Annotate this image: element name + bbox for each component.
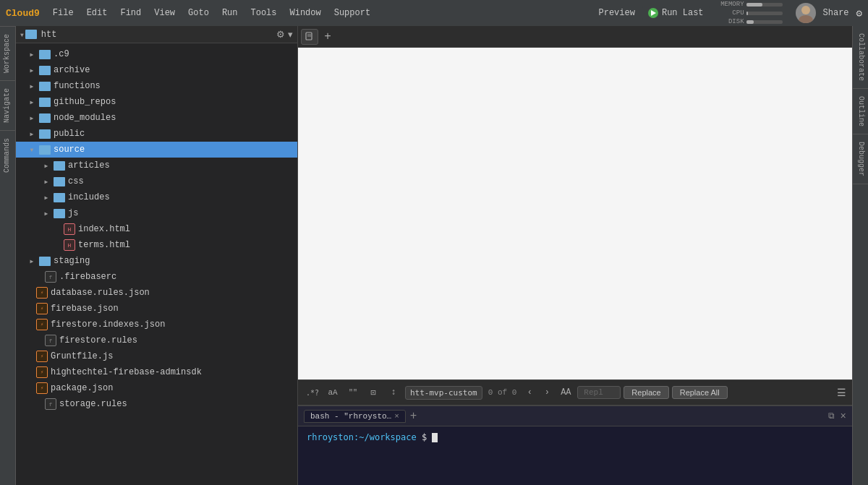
github-repos-label: github_repos (54, 97, 116, 107)
firebaserc-icon: f (45, 271, 56, 283)
tree-item-public[interactable]: public (16, 126, 297, 142)
package-json-icon: ⚡ (36, 382, 48, 394)
run-icon (648, 8, 658, 18)
sidebar-tab-workspace[interactable]: Workspace (0, 26, 15, 80)
tree-item-firebase-json[interactable]: ⚡ firebase.json (16, 301, 297, 317)
settings-icon[interactable]: ⚙ (856, 7, 862, 20)
root-arrow (20, 30, 24, 40)
source-label: source (54, 145, 85, 155)
github-repos-arrow (27, 99, 36, 106)
tree-item-github-repos[interactable]: github_repos (16, 94, 297, 110)
tree-item-articles[interactable]: articles (16, 158, 297, 173)
run-last-button[interactable]: Run Last (642, 6, 710, 20)
menu-goto[interactable]: Goto (182, 5, 215, 21)
replace-input[interactable]: Repl (577, 386, 621, 399)
tree-item-firestore-rules[interactable]: f firestore.rules (16, 332, 297, 348)
tree-item-node-modules[interactable]: node_modules (16, 110, 297, 126)
multiline-btn[interactable]: ⊡ (365, 385, 382, 400)
css-arrow (42, 179, 51, 185)
right-tab-outline[interactable]: Outline (853, 89, 868, 134)
tree-item-js[interactable]: js (16, 205, 297, 221)
gruntfile-icon: ⚡ (36, 351, 48, 362)
archive-arrow (27, 67, 36, 74)
tree-item-firestore-indexes[interactable]: ⚡ firestore.indexes.json (16, 317, 297, 332)
public-folder-icon (39, 129, 51, 139)
menu-tools[interactable]: Tools (244, 5, 282, 21)
functions-folder-icon (39, 82, 51, 91)
menu-find[interactable]: Find (114, 5, 147, 21)
hightechtel-icon: ⚡ (36, 366, 48, 378)
avatar[interactable] (796, 3, 816, 23)
editor-content[interactable] (298, 48, 852, 379)
cpu-bar (746, 12, 749, 15)
replace-all-button[interactable]: Replace All (672, 386, 728, 399)
node-modules-label: node_modules (54, 113, 116, 123)
app-logo: Cloud9 (6, 8, 40, 19)
sidebar-tab-navigate[interactable]: Navigate (0, 80, 15, 130)
file-panel-gear[interactable]: ⚙ ▾ (276, 29, 293, 40)
right-tab-debugger[interactable]: Debugger (853, 134, 868, 184)
menu-run[interactable]: Run (216, 5, 244, 21)
tree-item-index-html[interactable]: H index.html (16, 221, 297, 237)
terminal-prompt: rhroyston:~/workspace (307, 432, 417, 442)
menu-view[interactable]: View (148, 5, 181, 21)
share-button[interactable]: Share (823, 8, 849, 18)
svg-point-0 (801, 6, 810, 14)
terminal-content[interactable]: rhroyston:~/workspace $ (298, 426, 852, 485)
menu-file[interactable]: File (47, 5, 80, 21)
tree-item-functions[interactable]: functions (16, 78, 297, 94)
articles-arrow (42, 163, 51, 169)
replace-button[interactable]: Replace (624, 386, 668, 399)
search-next-btn[interactable]: › (540, 385, 554, 400)
font-size-btn[interactable]: AA (557, 385, 574, 400)
includes-folder-icon (54, 193, 65, 202)
tree-item-database-rules[interactable]: ⚡ database.rules.json (16, 285, 297, 301)
menu-support[interactable]: Support (328, 5, 376, 21)
menu-window[interactable]: Window (284, 5, 327, 21)
terminal-tab-bash[interactable]: bash - "rhroysto… × (304, 410, 406, 423)
storage-rules-icon: f (45, 398, 56, 410)
regex-btn[interactable]: .*? (304, 385, 321, 400)
tree-item-storage-rules[interactable]: f storage.rules (16, 396, 297, 412)
node-modules-folder-icon (39, 113, 51, 123)
editor-area: + .*? aA "" ⊡ ↕ htt-mvp-custom 0 of 0 ‹ … (298, 26, 852, 405)
tree-item-gruntfile[interactable]: ⚡ Gruntfile.js (16, 348, 297, 364)
disk-bar (746, 20, 754, 24)
terms-html-icon: H (64, 239, 75, 251)
terminal-close-button[interactable]: × (841, 411, 846, 422)
tree-item-firebaserc[interactable]: f .firebaserc (16, 269, 297, 285)
preview-label[interactable]: Preview (599, 8, 635, 18)
editor-add-tab-button[interactable]: + (320, 29, 336, 45)
menu-edit[interactable]: Edit (81, 5, 114, 21)
tree-item-css[interactable]: css (16, 173, 297, 189)
right-tab-collaborate[interactable]: Collaborate (853, 26, 868, 89)
indent-btn[interactable]: ↕ (385, 385, 402, 400)
run-label: Run Last (662, 8, 704, 18)
terminal-add-tab-button[interactable]: + (410, 410, 417, 423)
tree-item-includes[interactable]: includes (16, 189, 297, 205)
firestore-rules-label: firestore.rules (59, 335, 137, 345)
tree-item-staging[interactable]: staging (16, 253, 297, 269)
sidebar-tab-commands[interactable]: Commands (0, 130, 15, 180)
tree-item-archive[interactable]: archive (16, 62, 297, 78)
editor-tab-file-icon[interactable] (301, 29, 318, 45)
tree-item-terms-html[interactable]: H terms.html (16, 237, 297, 253)
disk-bar-bg (746, 20, 783, 24)
firebase-json-icon: ⚡ (36, 303, 48, 314)
tree-item-source[interactable]: source (16, 142, 297, 158)
word-btn[interactable]: "" (344, 385, 362, 400)
articles-label: articles (68, 160, 110, 171)
terminal-tab-close[interactable]: × (394, 412, 399, 421)
source-folder-icon (39, 145, 51, 155)
tree-item-package-json[interactable]: ⚡ package.json (16, 380, 297, 396)
storage-rules-label: storage.rules (59, 399, 127, 409)
search-menu-icon[interactable]: ☰ (837, 387, 846, 399)
tree-item-hightechtel[interactable]: ⚡ hightechtel-firebase-adminsdk (16, 364, 297, 380)
terminal-copy-icon[interactable]: ⧉ (828, 411, 835, 421)
search-bar: .*? aA "" ⊡ ↕ htt-mvp-custom 0 of 0 ‹ › … (298, 379, 852, 405)
c9-label: .c9 (54, 49, 69, 59)
case-btn[interactable]: aA (324, 385, 341, 400)
tree-item-c9[interactable]: .c9 (16, 46, 297, 62)
search-prev-btn[interactable]: ‹ (522, 385, 537, 400)
package-json-label: package.json (51, 383, 113, 393)
